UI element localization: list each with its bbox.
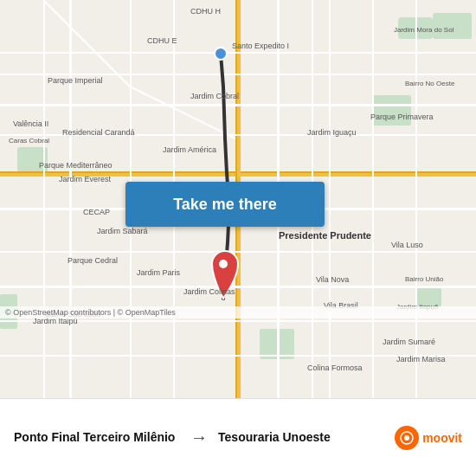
bottom-bar: Ponto Final Terceiro Milênio → Tesourari… xyxy=(0,398,476,476)
svg-point-35 xyxy=(404,435,409,441)
svg-rect-27 xyxy=(415,0,417,398)
svg-rect-26 xyxy=(372,0,374,398)
svg-rect-2 xyxy=(372,95,411,125)
svg-rect-28 xyxy=(43,0,45,398)
moovit-icon xyxy=(395,426,419,450)
svg-rect-4 xyxy=(433,13,472,39)
svg-point-32 xyxy=(215,48,227,60)
svg-point-33 xyxy=(219,260,228,268)
svg-rect-21 xyxy=(69,0,72,398)
from-section: Ponto Final Terceiro Milênio xyxy=(14,429,180,445)
arrow-icon: → xyxy=(190,428,208,447)
svg-rect-6 xyxy=(415,286,441,307)
to-section: Tesouraria Unoeste xyxy=(218,429,384,445)
map-container: CDHU H CDHU E Santo Expedito I Jardim Mo… xyxy=(0,0,476,398)
moovit-logo: moovit xyxy=(384,426,462,450)
to-label: Tesouraria Unoeste xyxy=(218,429,384,445)
from-label: Ponto Final Terceiro Milênio xyxy=(14,429,180,445)
take-me-there-button[interactable]: Take me there xyxy=(125,182,325,227)
moovit-text: moovit xyxy=(422,431,462,445)
svg-rect-25 xyxy=(329,0,331,398)
copyright: © OpenStreetMap contributors | © OpenMap… xyxy=(0,306,476,318)
svg-rect-1 xyxy=(17,147,48,173)
